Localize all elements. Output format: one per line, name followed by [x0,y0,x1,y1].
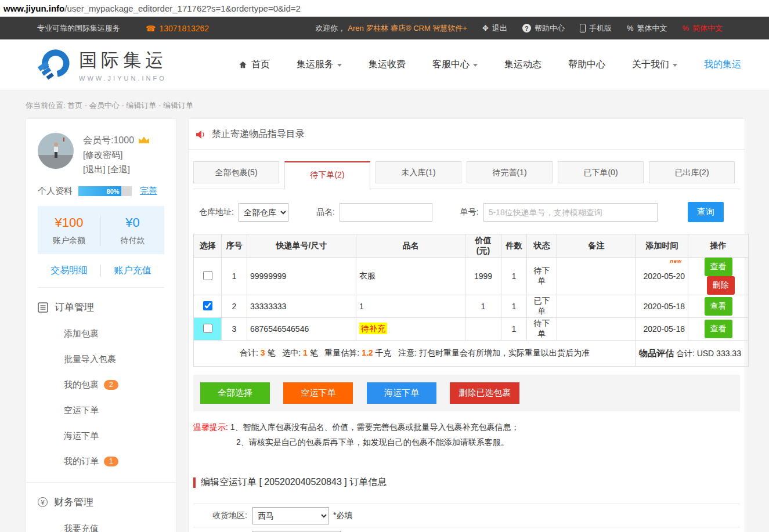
warehouse-select[interactable]: 全部仓库 [239,203,288,222]
count-badge: 2 [104,380,118,390]
search-button[interactable]: 查询 [688,202,724,222]
tab-not-in-warehouse[interactable]: 未入库(1) [376,161,461,183]
breadcrumb: 你当前位置: 首页 - 会员中心 - 编辑订单 - 编辑订单 [0,91,769,118]
site-logo[interactable]: 国际集运 WWW.JIYUN.INFO [35,47,167,83]
link-icon: % [682,24,689,32]
nav-services[interactable]: 集运服务 [297,59,342,71]
select-all-button[interactable]: 全部选择 [200,382,270,404]
view-button[interactable]: 查看 [705,320,732,338]
notice-bar[interactable]: 禁止寄递物品指导目录 [189,119,745,150]
profile-progress-row: 个人资料 80% 完善 [38,186,164,197]
tracking-number-input[interactable] [483,203,658,222]
row-product-name: 衣服 [356,258,465,295]
order-section-title: 编辑空运订单 [ 205202040520843 ] 订单信息 [193,476,740,488]
row-value [465,318,501,341]
nav-about[interactable]: 关于我们 [632,59,677,71]
balance-label: 账户余额 [38,236,100,246]
col-date: 添加时间 [636,234,688,258]
tracking-label: 单号: [460,207,479,218]
avatar-photo [38,133,74,169]
row-checkbox[interactable] [203,271,212,280]
help-center-link[interactable]: ?帮助中心 [522,23,565,34]
main-content: 禁止寄递物品指导目录 全部包裹(5) 待下单(2) 未入库(1) 待完善(1) … [188,118,745,532]
order-management-group: 订单管理 [38,301,164,314]
air-order-button[interactable]: 空运下单 [283,382,353,404]
evaluation-total: USD 333.33 [697,349,741,358]
row-date: 2020-05-18 [636,295,688,318]
list-icon [38,302,48,313]
product-name-input[interactable] [340,203,432,222]
url-host: www.jiyun.info [3,3,64,13]
nav-help[interactable]: 帮助中心 [568,59,605,71]
simplified-chinese-link[interactable]: %简体中文 [682,23,723,34]
nav-fees[interactable]: 集运收费 [369,59,406,71]
tab-ordered[interactable]: 已下单(0) [558,161,644,183]
site-slogan: 专业可靠的国际集运服务 [37,23,120,34]
nav-support[interactable]: 客服中心 [432,59,478,71]
row-tracking: 6876546546546 [247,318,356,341]
row-date: new 2020-05-20 [636,258,688,295]
complete-profile-link[interactable]: 完善 [140,186,157,197]
avatar[interactable] [38,133,74,169]
view-button[interactable]: 查看 [705,297,732,316]
sidebar-item-sea-order[interactable]: 海运下单 [38,430,164,441]
profile-block: 会员号: 1000 [修改密码] [退出] [全退] [38,133,164,176]
sidebar-item-add-package[interactable]: 添加包裹 [38,328,164,339]
delete-selected-button[interactable]: 删除已选包裹 [450,382,519,404]
row-remark [557,295,636,318]
sidebar-item-my-packages[interactable]: 我的包裹2 [38,379,164,390]
order-section-title-text: 编辑空运订单 [ 205202040520843 ] 订单信息 [201,476,387,488]
nav-home[interactable]: 首页 [239,59,270,71]
welcome-text: 欢迎你，Aren 罗桂林 睿店® CRM 智慧软件+ [315,23,467,34]
sidebar: 会员号: 1000 [修改密码] [退出] [全退] 个人资料 80% [26,118,176,532]
logout-all-link[interactable]: [全退] [108,164,130,174]
row-actions: 查看删除 [688,258,749,295]
tab-all-packages[interactable]: 全部包裹(5) [193,161,279,183]
sea-order-button[interactable]: 海运下单 [367,382,436,404]
menu-label: 批量导入包裹 [64,354,116,365]
col-index: 序号 [222,234,247,258]
sidebar-item-air-order[interactable]: 空运下单 [38,405,164,416]
row-checkbox[interactable] [203,324,212,333]
pending-amount: ¥0 [101,215,164,230]
logout-links-line: [退出] [全退] [83,162,150,176]
nav-my-jiyun[interactable]: 我的集运 [704,59,741,71]
row-remark [557,258,636,295]
section-accent-bar [193,477,196,488]
transactions-link[interactable]: 交易明细 [38,265,101,277]
tips-block: 温馨提示: 1、智能入库包裹没有品名、价值，需要完善包裹或批量导入包裹补充包裹信… [193,419,740,450]
mobile-icon [580,24,586,32]
tab-shipped[interactable]: 已出库(2) [649,161,735,183]
chevron-down-icon [673,64,677,67]
logo-title: 国际集运 [79,48,167,73]
logout-link[interactable]: [退出] [83,164,105,174]
browser-url-bar[interactable]: www.jiyun.info/user_mypackage_editorder_… [0,0,769,17]
row-status: 待下单 [527,258,557,295]
topbar-right: 欢迎你，Aren 罗桂林 睿店® CRM 智慧软件+ ✥退出 ?帮助中心 手机版… [300,23,723,34]
question-icon: ? [522,24,531,32]
sidebar-item-batch-import[interactable]: 批量导入包裹 [38,354,164,365]
tab-to-complete[interactable]: 待完善(1) [467,161,553,183]
sidebar-item-my-orders[interactable]: 我的订单1 [38,456,164,467]
url-path: /user_mypackage_editorder_171762?s=1&ord… [64,3,301,13]
view-button[interactable]: 查看 [705,258,732,276]
chevron-down-icon [473,64,478,67]
mobile-version-link[interactable]: 手机版 [580,23,612,34]
nav-news[interactable]: 集运动态 [504,59,541,71]
sidebar-item-recharge[interactable]: 我要充值 [38,523,164,532]
table-row: 2 33333333 1 1 1 已下单 2020-05-18 查看 [194,295,749,318]
region-select[interactable]: 西马 [252,507,329,524]
col-value: 价值(元) [465,234,501,258]
simplified-label: 简体中文 [692,23,723,34]
order-form: 收货地区: 西马 *必填 收件人: *必填 【从我的收货地址选择】 >> 【添加… [193,504,740,532]
change-password-link[interactable]: [修改密码] [83,147,150,162]
nav-my-jiyun-label: 我的集运 [704,59,741,71]
nav-about-label: 关于我们 [632,59,669,71]
row-checkbox[interactable] [203,301,212,310]
traditional-chinese-link[interactable]: %繁体中文 [627,23,667,34]
delete-button[interactable]: 删除 [707,276,735,295]
recharge-link[interactable]: 账户充值 [101,265,164,277]
logout-link[interactable]: ✥退出 [482,23,507,34]
tips-line1: 温馨提示: 1、智能入库包裹没有品名、价值，需要完善包裹或批量导入包裹补充包裹信… [193,419,740,435]
tab-pending-order[interactable]: 待下单(2) [284,161,370,189]
